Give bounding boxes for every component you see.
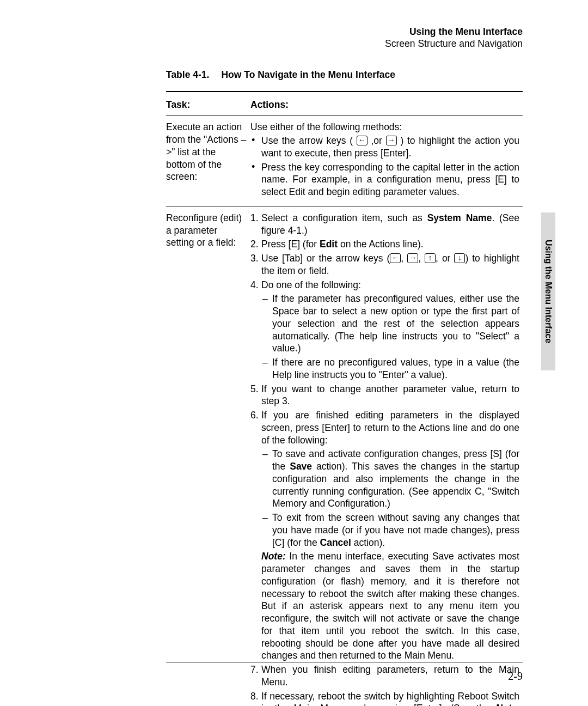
step-1: Select a configuration item, such as Sys… [250,212,519,237]
text: If necessary, reboot the switch by highl… [261,691,519,707]
step-4: Do one of the following: If the paramete… [250,279,519,381]
execute-bullet-2: Press the key corresponding to the capit… [250,161,519,198]
bold-italic-text: Note [495,703,517,706]
bold-text: Cancel [320,537,351,548]
header-line2: Screen Structure and Navigation [166,38,523,50]
text: ,or [367,135,386,146]
actions-cell-execute: Use either of the following methods: Use… [250,115,523,206]
header-line1: Using the Menu Interface [166,26,523,38]
running-header: Using the Menu Interface Screen Structur… [166,26,523,50]
task-cell-reconfig: Reconfigure (edit) a parameter setting o… [166,206,250,706]
side-tab-label: Using the Menu Interface [543,240,554,343]
right-arrow-icon: → [407,253,418,263]
step-4-dash-1: If the parameter has preconfigured value… [261,293,519,355]
step-5: If you want to change another parameter … [250,383,519,408]
down-arrow-icon: ↓ [454,253,465,263]
step-6: If you are finished editing parameters i… [250,409,519,662]
step-6-dash-1: To save and activate configuration chang… [261,448,519,510]
text: action). [351,537,385,548]
left-arrow-icon: ← [357,136,367,145]
bold-text: Save [290,461,312,472]
text: If you are finished editing parameters i… [261,410,519,446]
step-7: When you finish editing parameters, retu… [250,664,519,689]
text: , or [436,253,454,264]
side-tab: Using the Menu Interface [541,212,555,370]
left-arrow-icon: ← [390,253,401,263]
step-3: Use [Tab] or the arrow keys (←, →, ↑, or… [250,252,519,277]
text: , [401,253,407,264]
task-cell-execute: Execute an action from the "Actions –>" … [166,115,250,206]
text: Use the arrow keys ( [261,135,357,146]
footer-rule [166,662,523,662]
text: Use [Tab] or the arrow keys ( [261,253,390,264]
step-6-dash-2: To exit from the screen without saving a… [261,512,519,549]
note-label: Note: [261,551,286,562]
text: on the Actions line). [338,239,424,249]
step-2: Press [E] (for Edit on the Actions line)… [250,238,519,251]
col-header-actions: Actions: [250,92,523,115]
table-caption: Table 4-1.How To Navigate in the Menu In… [166,69,523,81]
col-header-task: Task: [166,92,250,115]
execute-bullet-1: Use the arrow keys ( ← ,or → ) to highli… [250,135,519,160]
step-4-dash-2: If there are no preconfigured values, ty… [261,356,519,381]
execute-intro: Use either of the following methods: [250,121,519,133]
text: Select a configuration item, such as [261,212,427,223]
table-caption-title: How To Navigate in the Menu Interface [221,69,395,80]
text: To exit from the screen without saving a… [272,512,519,548]
table-row: Execute an action from the "Actions –>" … [166,115,523,206]
page-number: 2-9 [508,669,523,683]
text: , [418,253,425,264]
bold-text: Edit [320,239,338,249]
note-body: In the menu interface, executing Save ac… [261,551,519,661]
text: Do one of the following: [261,279,361,290]
right-arrow-icon: → [386,136,397,145]
step-8: If necessary, reboot the switch by highl… [250,690,519,707]
text: Press [E] (for [261,239,320,249]
step-6-note: Note: In the menu interface, executing S… [261,550,519,662]
table-row: Reconfigure (edit) a parameter setting o… [166,206,523,706]
navigation-table: Task: Actions: Execute an action from th… [166,91,523,707]
table-caption-number: Table 4-1. [166,69,209,80]
actions-cell-reconfig: Select a configuration item, such as Sys… [250,206,523,706]
bold-text: System Name [427,212,492,223]
up-arrow-icon: ↑ [425,253,436,263]
